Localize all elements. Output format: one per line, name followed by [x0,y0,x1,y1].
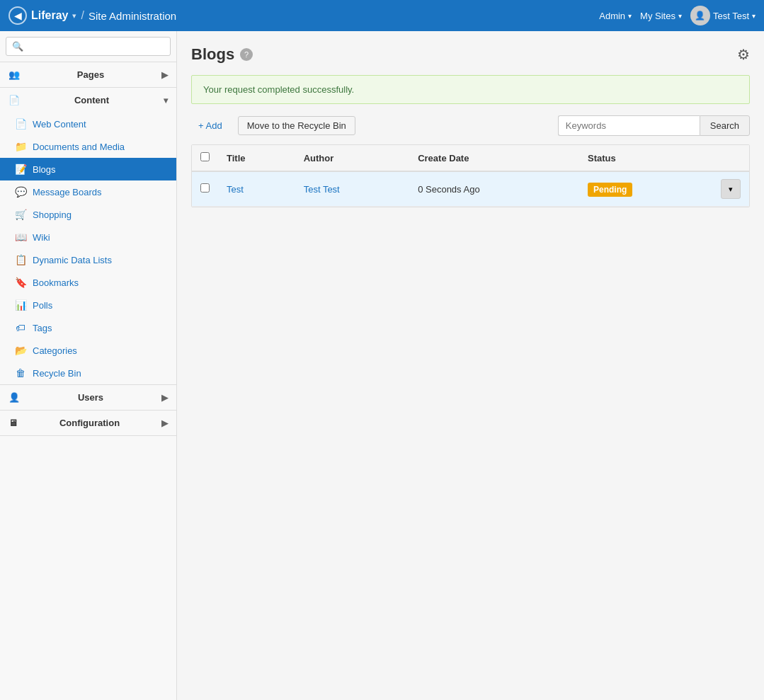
sidebar-item-dynamic-data-lists[interactable]: 📋 Dynamic Data Lists [0,248,176,271]
wiki-icon: 📖 [14,231,27,243]
sidebar-search-input[interactable] [6,37,171,56]
sidebar-item-bookmarks[interactable]: 🔖 Bookmarks [0,271,176,294]
move-to-recycle-bin-button[interactable]: Move to the Recycle Bin [238,116,355,135]
configuration-icon: 🖥 [8,418,18,428]
tags-icon: 🏷 [14,322,27,333]
alert-text: Your request completed successfully. [203,84,354,95]
my-sites-label: My Sites [640,11,675,21]
message-boards-icon: 💬 [14,186,27,197]
table-header-row: Title Author Create Date Status [192,145,749,171]
sidebar-item-shopping[interactable]: 🛒 Shopping [0,203,176,226]
user-menu[interactable]: 👤 Test Test ▾ [690,6,756,25]
sidebar-item-label: Dynamic Data Lists [33,255,112,265]
admin-menu[interactable]: Admin ▾ [599,11,632,21]
dynamic-data-icon: 📋 [14,254,27,265]
sidebar-item-label: Bookmarks [33,277,79,288]
sidebar-item-label: Web Content [33,119,86,130]
help-icon[interactable]: ? [240,48,253,61]
select-all-checkbox[interactable] [200,152,210,161]
web-content-icon: 📄 [14,118,27,130]
blogs-icon: 📝 [14,163,27,175]
create-date-column-header[interactable]: Create Date [409,145,579,171]
row-status-cell: Pending [579,171,712,207]
brand-logo[interactable]: Liferay [31,9,68,22]
categories-icon: 📂 [14,345,27,356]
avatar: 👤 [690,6,710,25]
success-alert: Your request completed successfully. [191,75,750,104]
row-checkbox[interactable] [200,183,210,193]
back-button[interactable]: ◀ [8,6,27,25]
search-button[interactable]: Search [700,115,750,136]
sidebar-item-wiki[interactable]: 📖 Wiki [0,226,176,248]
sidebar-item-label: Message Boards [33,187,102,197]
sidebar-configuration-header[interactable]: 🖥 Configuration ▶ [0,411,176,435]
admin-caret: ▾ [628,12,632,20]
bookmarks-icon: 🔖 [14,277,27,288]
page-title-wrap: Blogs ? [191,45,253,64]
sidebar-item-label: Categories [33,345,77,356]
user-label: Test Test [713,11,749,21]
recycle-bin-icon: 🗑 [14,367,27,379]
pages-icon: 👥 [8,69,20,80]
pages-label: Pages [77,69,104,80]
keywords-input[interactable] [558,115,700,136]
title-column-header[interactable]: Title [218,145,295,171]
sidebar-item-recycle-bin[interactable]: 🗑 Recycle Bin [0,362,176,384]
author-column-header[interactable]: Author [295,145,410,171]
sidebar-item-web-content[interactable]: 📄 Web Content [0,113,176,135]
navbar-left: ◀ Liferay ▾ / Site Administration [8,6,593,25]
content-arrow: ▾ [164,96,168,105]
sidebar-pages-header[interactable]: 👥 Pages ▶ [0,62,176,87]
sidebar-section-configuration: 🖥 Configuration ▶ [0,411,176,436]
row-author-cell: Test Test [295,171,410,207]
navbar-separator: / [81,9,84,22]
my-sites-menu[interactable]: My Sites ▾ [640,11,682,21]
documents-icon: 📁 [14,141,27,152]
sidebar-item-blogs[interactable]: 📝 Blogs [0,158,176,180]
pages-arrow: ▶ [161,70,168,80]
row-author-link[interactable]: Test Test [304,184,340,195]
row-create-date: 0 Seconds Ago [418,184,479,195]
row-checkbox-cell [192,171,218,207]
sidebar-item-documents-and-media[interactable]: 📁 Documents and Media [0,135,176,158]
main-content: Blogs ? ⚙ Your request completed success… [177,31,764,700]
sidebar-item-label: Recycle Bin [33,368,81,379]
sidebar-item-label: Polls [33,300,52,311]
status-column-header[interactable]: Status [579,145,712,171]
content-icon: 📄 [8,95,20,105]
sidebar-item-label: Documents and Media [33,142,125,152]
sidebar-users-header[interactable]: 👤 Users ▶ [0,385,176,410]
sidebar-section-pages: 👥 Pages ▶ [0,62,176,88]
configuration-label: Configuration [59,418,120,428]
status-badge: Pending [588,183,632,197]
brand-dropdown[interactable]: ▾ [72,11,76,21]
content-label: Content [74,95,109,105]
sidebar-item-label: Shopping [33,210,72,220]
sidebar-item-message-boards[interactable]: 💬 Message Boards [0,180,176,203]
admin-label: Admin [599,11,625,21]
select-all-header [192,145,218,171]
row-title-cell: Test [218,171,295,207]
layout: 👥 Pages ▶ 📄 Content ▾ 📄 Web Content 📁 Do… [0,31,764,700]
sidebar-item-tags[interactable]: 🏷 Tags [0,316,176,339]
row-title-link[interactable]: Test [227,184,244,195]
navbar-right: Admin ▾ My Sites ▾ 👤 Test Test ▾ [599,6,756,25]
sidebar-content-header[interactable]: 📄 Content ▾ [0,88,176,113]
toolbar: + Add Move to the Recycle Bin Search [191,115,750,136]
table-row: Test Test Test 0 Seconds Ago Pending ▾ [192,171,749,207]
users-icon: 👤 [8,392,20,403]
sidebar-item-polls[interactable]: 📊 Polls [0,294,176,316]
shopping-icon: 🛒 [14,209,27,220]
page-header: Blogs ? ⚙ [191,45,750,64]
row-create-date-cell: 0 Seconds Ago [409,171,579,207]
sidebar: 👥 Pages ▶ 📄 Content ▾ 📄 Web Content 📁 Do… [0,31,177,700]
settings-gear-icon[interactable]: ⚙ [737,46,750,63]
sidebar-item-categories[interactable]: 📂 Categories [0,339,176,362]
add-button[interactable]: + Add [191,116,229,135]
row-action-button[interactable]: ▾ [721,179,741,199]
user-caret: ▾ [752,12,756,20]
configuration-arrow: ▶ [161,418,168,428]
blogs-table: Title Author Create Date Status Test [191,144,750,207]
sidebar-item-label: Wiki [33,232,50,243]
row-actions-cell: ▾ [712,171,749,207]
